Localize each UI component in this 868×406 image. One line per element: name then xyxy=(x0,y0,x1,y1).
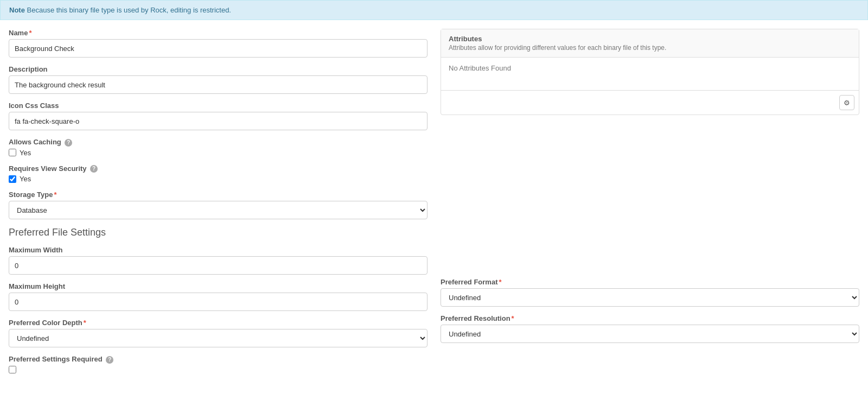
requires-view-checkbox[interactable] xyxy=(9,175,16,183)
storage-type-label: Storage Type* xyxy=(9,191,427,199)
preferred-resolution-group: Preferred Resolution* Undefined 72 DPI 9… xyxy=(441,314,859,343)
description-group: Description xyxy=(9,65,427,94)
requires-view-checkbox-group: Yes xyxy=(9,175,427,183)
preferred-settings-required-group: Preferred Settings Required ? xyxy=(9,355,427,373)
allows-caching-group: Allows Caching ? Yes xyxy=(9,138,427,157)
preferred-settings-checkbox-group xyxy=(9,366,427,373)
attributes-header: Attributes Attributes allow for providin… xyxy=(441,29,859,58)
name-input[interactable] xyxy=(9,39,427,58)
preferred-file-title: Preferred File Settings xyxy=(9,227,427,238)
attributes-gear-button[interactable]: ⚙ xyxy=(839,95,854,110)
icon-css-input[interactable] xyxy=(9,112,427,130)
preferred-format-select[interactable]: Undefined JPEG PNG GIF xyxy=(441,288,859,307)
allows-caching-label: Allows Caching ? xyxy=(9,138,427,147)
max-height-input[interactable] xyxy=(9,293,427,311)
preferred-format-label: Preferred Format* xyxy=(441,278,859,286)
preferred-color-depth-select[interactable]: Undefined 8-bit 16-bit 24-bit 32-bit xyxy=(9,329,427,347)
note-prefix: Note xyxy=(9,6,25,14)
requires-view-label: Requires View Security ? xyxy=(9,164,427,173)
gear-icon: ⚙ xyxy=(844,99,850,107)
max-width-group: Maximum Width xyxy=(9,246,427,275)
description-label: Description xyxy=(9,65,427,73)
attributes-title: Attributes xyxy=(449,35,851,43)
storage-required: * xyxy=(54,191,56,199)
max-height-group: Maximum Height xyxy=(9,282,427,311)
left-column: Name* Description Icon Css Class Allows … xyxy=(9,29,427,381)
note-text: Because this binary file type is used by… xyxy=(27,6,231,14)
max-width-col: Maximum Width xyxy=(9,246,427,282)
allows-caching-checkbox-group: Yes xyxy=(9,149,427,157)
preferred-file-section: Preferred File Settings Maximum Width Ma… xyxy=(9,227,427,373)
note-banner: Note Because this binary file type is us… xyxy=(0,0,868,20)
main-content: Name* Description Icon Css Class Allows … xyxy=(0,20,868,390)
attributes-footer: ⚙ xyxy=(441,90,859,115)
storage-type-group: Storage Type* Database Filesystem Cloud xyxy=(9,191,427,219)
requires-view-help-icon[interactable]: ? xyxy=(90,165,98,173)
preferred-settings-help-icon[interactable]: ? xyxy=(106,356,113,364)
preferred-format-right-area: Preferred Format* Undefined JPEG PNG GIF… xyxy=(441,278,859,343)
allows-caching-checkbox[interactable] xyxy=(9,149,16,156)
name-group: Name* xyxy=(9,29,427,58)
attributes-desc: Attributes allow for providing different… xyxy=(449,44,851,52)
requires-view-yes-label[interactable]: Yes xyxy=(20,175,31,183)
allows-caching-help-icon[interactable]: ? xyxy=(65,139,72,147)
requires-view-group: Requires View Security ? Yes xyxy=(9,164,427,183)
storage-type-select[interactable]: Database Filesystem Cloud xyxy=(9,201,427,219)
icon-css-label: Icon Css Class xyxy=(9,101,427,110)
max-width-input[interactable] xyxy=(9,256,427,275)
max-height-label: Maximum Height xyxy=(9,282,427,290)
preferred-resolution-select[interactable]: Undefined 72 DPI 96 DPI 150 DPI 300 DPI xyxy=(441,325,859,343)
preferred-resolution-label: Preferred Resolution* xyxy=(441,314,859,322)
name-label: Name* xyxy=(9,29,427,37)
icon-css-group: Icon Css Class xyxy=(9,101,427,130)
max-width-label: Maximum Width xyxy=(9,246,427,254)
name-required: * xyxy=(29,29,31,37)
preferred-settings-required-label: Preferred Settings Required ? xyxy=(9,355,427,364)
preferred-settings-required-checkbox[interactable] xyxy=(9,366,16,373)
page-wrapper: Note Because this binary file type is us… xyxy=(0,0,868,406)
preferred-color-depth-label: Preferred Color Depth* xyxy=(9,319,427,327)
attributes-body: No Attributes Found xyxy=(441,58,859,90)
description-input[interactable] xyxy=(9,75,427,94)
preferred-row-1: Maximum Width xyxy=(9,246,427,282)
attributes-section: Attributes Attributes allow for providin… xyxy=(441,29,859,115)
right-column: Attributes Attributes allow for providin… xyxy=(441,29,859,381)
preferred-format-group: Preferred Format* Undefined JPEG PNG GIF xyxy=(441,278,859,307)
preferred-color-depth-group: Preferred Color Depth* Undefined 8-bit 1… xyxy=(9,319,427,347)
no-attributes-text: No Attributes Found xyxy=(449,64,511,72)
allows-caching-yes-label[interactable]: Yes xyxy=(20,149,31,157)
